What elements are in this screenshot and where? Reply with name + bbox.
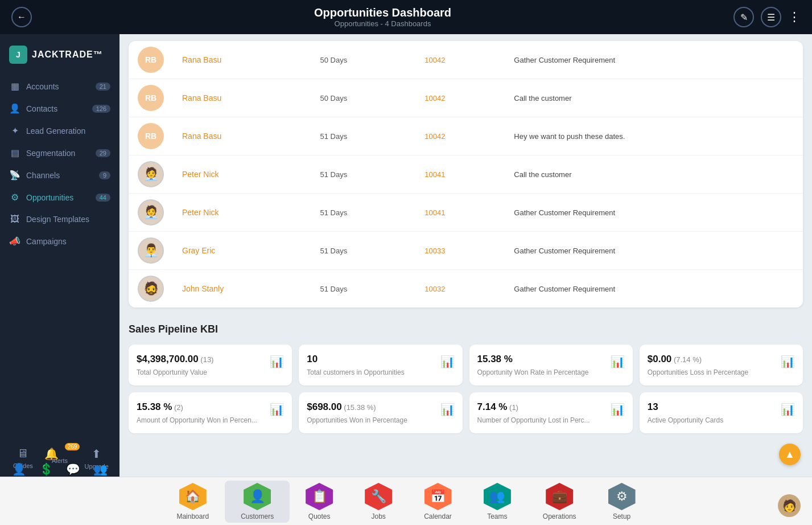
mainboard-icon: 🏠 bbox=[179, 483, 207, 510]
kbi-card-content: $0.00 (7.14 %) Opportunities Loss in Per… bbox=[648, 354, 748, 376]
customer-name[interactable]: Peter Nick bbox=[182, 208, 219, 217]
nav-badge-opportunities: 44 bbox=[96, 194, 110, 202]
sidebar-item-contacts[interactable]: 👤 Contacts 126 bbox=[0, 97, 119, 120]
sidebar-item-opportunities[interactable]: ⚙ Opportunities 44 bbox=[0, 186, 119, 208]
nav-badge-accounts: 21 bbox=[96, 83, 110, 91]
activity-text: Gather Customer Requirement bbox=[514, 208, 615, 217]
nav-item-left: 📣 Campaigns bbox=[9, 236, 67, 247]
nav-label-segmentation: Segmentation bbox=[26, 149, 75, 158]
kbi-chart-icon: 📊 bbox=[270, 355, 284, 368]
kbi-label: Number of Opportunity Lost in Perc... bbox=[477, 416, 590, 424]
bottom-nav-item-quotes[interactable]: 📋 Quotes bbox=[290, 481, 349, 523]
days-value: 51 Days bbox=[320, 208, 347, 217]
activity-text: Call the customer bbox=[514, 94, 571, 102]
kbi-card-content: $698.00 (15.38 %) Opportunities Won in P… bbox=[307, 401, 407, 424]
kbi-value: 15.38 % (2) bbox=[137, 401, 257, 413]
kbi-card-content: 13 Active Opportunity Cards bbox=[648, 401, 723, 424]
kbi-card-total-opp-value: $4,398,700.00 (13) Total Opportunity Val… bbox=[129, 344, 292, 385]
setup-label: Setup bbox=[613, 512, 630, 520]
kbi-chart-icon: 📊 bbox=[781, 403, 795, 416]
kbi-label: Total customers in Opportunities bbox=[307, 368, 404, 376]
kbi-card-won-pct: $698.00 (15.38 %) Opportunities Won in P… bbox=[299, 392, 462, 433]
bottom-nav-item-mainboard[interactable]: 🏠 Mainboard bbox=[160, 481, 225, 523]
kbi-value-sub: (7.14 %) bbox=[671, 355, 702, 364]
kbi-chart-icon: 📊 bbox=[781, 355, 795, 368]
sidebar-item-lead-generation[interactable]: ✦ Lead Generation bbox=[0, 120, 119, 142]
back-button[interactable]: ← bbox=[11, 7, 32, 27]
nav-label-opportunities: Opportunities bbox=[26, 193, 73, 202]
bottom-nav-item-customers[interactable]: 👤 Customers bbox=[225, 481, 290, 523]
kbi-card-won-rate: 15.38 % Opportunity Won Rate in Percenta… bbox=[469, 344, 633, 385]
table-row: 🧔 John Stanly 51 Days 10032 Gather Custo… bbox=[129, 270, 803, 308]
kbi-section: Sales Pipeline KBI $4,398,700.00 (13) To… bbox=[119, 314, 812, 442]
kbi-value: $698.00 (15.38 %) bbox=[307, 401, 407, 413]
kbi-value: 13 bbox=[648, 401, 723, 413]
opportunity-id[interactable]: 10041 bbox=[424, 170, 445, 179]
sidebar-item-campaigns[interactable]: 📣 Campaigns bbox=[0, 230, 119, 252]
opportunity-id[interactable]: 10042 bbox=[424, 56, 445, 64]
nav-item-left: 👤 Contacts bbox=[9, 103, 57, 114]
header: ← Opportunities Dashboard Opportunities … bbox=[0, 0, 812, 34]
table-area: RB Rana Basu 50 Days 10042 Gather Custom… bbox=[129, 41, 803, 307]
kbi-title: Sales Pipeline KBI bbox=[129, 323, 803, 335]
opportunity-id[interactable]: 10042 bbox=[424, 132, 445, 141]
sidebar-item-design-templates[interactable]: 🖼 Design Templates bbox=[0, 208, 119, 230]
page-title: Opportunities Dashboard bbox=[314, 6, 451, 19]
opportunities-table: RB Rana Basu 50 Days 10042 Gather Custom… bbox=[129, 41, 803, 307]
edit-button[interactable]: ✎ bbox=[733, 7, 754, 27]
nav-item-left: 🖼 Design Templates bbox=[9, 214, 89, 224]
customer-name[interactable]: Rana Basu bbox=[182, 132, 221, 141]
content-area: RB Rana Basu 50 Days 10042 Gather Custom… bbox=[119, 34, 812, 477]
table-row: RB Rana Basu 50 Days 10042 Call the cust… bbox=[129, 79, 803, 117]
nav-item-left: 📡 Channels bbox=[9, 170, 60, 181]
customer-name[interactable]: Peter Nick bbox=[182, 170, 219, 179]
kbi-chart-icon: 📊 bbox=[440, 403, 455, 416]
design-templates-icon: 🖼 bbox=[9, 214, 20, 224]
bottom-nav-item-teams[interactable]: 👥 Teams bbox=[468, 481, 527, 523]
opportunity-id[interactable]: 10033 bbox=[424, 247, 445, 255]
nav-badge-segmentation: 29 bbox=[96, 149, 110, 157]
dots-menu[interactable]: ⋮ bbox=[788, 10, 801, 24]
opportunity-id[interactable]: 10032 bbox=[424, 285, 445, 293]
user-avatar[interactable]: 🧑 bbox=[778, 494, 801, 517]
menu-button[interactable]: ☰ bbox=[761, 7, 781, 27]
sidebar-item-accounts[interactable]: ▦ Accounts 21 bbox=[0, 75, 119, 97]
page-subtitle: Opportunities - 4 Dashboards bbox=[314, 19, 451, 28]
bottom-nav-item-setup[interactable]: ⚙ Setup bbox=[592, 481, 652, 523]
setup-icon: ⚙ bbox=[608, 483, 636, 510]
kbi-value: 7.14 % (1) bbox=[477, 401, 590, 413]
kbi-grid-row1: $4,398,700.00 (13) Total Opportunity Val… bbox=[129, 344, 803, 385]
activity-text: Gather Customer Requirement bbox=[514, 247, 615, 255]
nav-label-contacts: Contacts bbox=[26, 104, 57, 113]
bottom-nav-item-calendar[interactable]: 📅 Calendar bbox=[408, 481, 468, 523]
sidebar-item-channels[interactable]: 📡 Channels 9 bbox=[0, 164, 119, 186]
opportunity-id[interactable]: 10042 bbox=[424, 94, 445, 102]
kbi-card-content: 10 Total customers in Opportunities bbox=[307, 354, 404, 376]
bottom-nav-item-jobs[interactable]: 🔧 Jobs bbox=[349, 481, 408, 523]
customer-name[interactable]: Rana Basu bbox=[182, 93, 221, 102]
kbi-card-content: 15.38 % (2) Amount of Opportunity Won in… bbox=[137, 401, 257, 424]
customer-name[interactable]: John Stanly bbox=[182, 284, 224, 293]
back-icon: ← bbox=[17, 12, 26, 22]
bottom-nav-item-operations[interactable]: 💼 Operations bbox=[527, 481, 592, 523]
bottom-nav-items: 🏠 Mainboard 👤 Customers 📋 Quotes 🔧 Jobs … bbox=[160, 481, 651, 523]
customer-name[interactable]: Rana Basu bbox=[182, 55, 221, 64]
calendar-icon: 📅 bbox=[424, 483, 452, 510]
nav-badge-channels: 9 bbox=[99, 171, 110, 179]
days-value: 50 Days bbox=[320, 94, 347, 102]
sidebar-item-segmentation[interactable]: ▤ Segmentation 29 bbox=[0, 142, 119, 164]
nav-item-left: ▤ Segmentation bbox=[9, 147, 75, 158]
scroll-up-button[interactable]: ▲ bbox=[779, 444, 801, 465]
customer-name[interactable]: Gray Eric bbox=[182, 246, 215, 255]
jobs-icon: 🔧 bbox=[365, 483, 392, 510]
nav-label-lead-generation: Lead Generation bbox=[26, 126, 85, 136]
avatar: RB bbox=[138, 85, 164, 111]
calendar-label: Calendar bbox=[424, 512, 452, 520]
days-value: 51 Days bbox=[320, 285, 347, 293]
avatar: 🧔 bbox=[138, 276, 164, 302]
opportunity-id[interactable]: 10041 bbox=[424, 208, 445, 217]
days-value: 51 Days bbox=[320, 170, 347, 179]
avatar: 🧑‍💼 bbox=[138, 161, 164, 187]
table-card: RB Rana Basu 50 Days 10042 Gather Custom… bbox=[129, 41, 803, 307]
sidebar: J JACKTRADE™ ▦ Accounts 21 👤 Contacts 12… bbox=[0, 34, 119, 477]
